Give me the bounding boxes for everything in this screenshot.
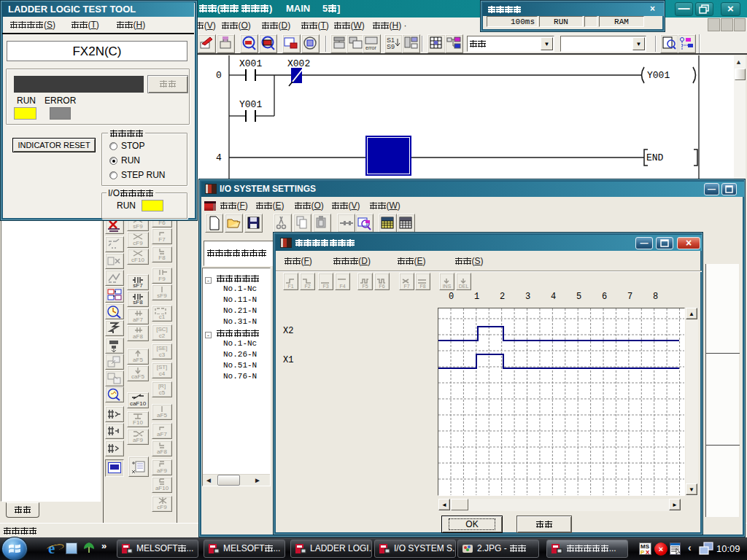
svg-text:S9: S9 [387,43,395,50]
svg-text:error: error [365,45,376,50]
